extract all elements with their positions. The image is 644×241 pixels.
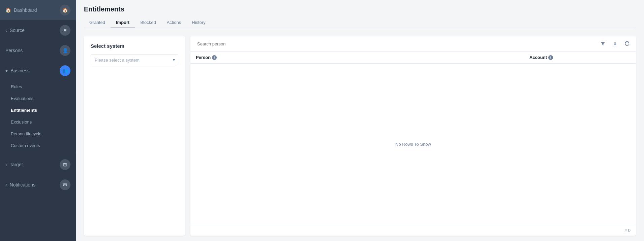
toolbar-actions [598, 39, 632, 48]
sidebar-subitem-rules[interactable]: Rules [5, 81, 76, 93]
tab-granted[interactable]: Granted [84, 17, 111, 28]
sidebar-item-label: Business [10, 68, 30, 73]
chevron-left-icon: ‹ [5, 162, 7, 167]
sidebar-subitem-entitlements[interactable]: Entitlements [5, 104, 76, 116]
tab-blocked[interactable]: Blocked [135, 17, 161, 28]
main-content: Entitlements Granted Import Blocked Acti… [76, 0, 644, 241]
download-icon [612, 41, 618, 46]
sidebar-subitem-exclusions[interactable]: Exclusions [5, 116, 76, 128]
sidebar-item-persons[interactable]: Persons 👤 [0, 40, 76, 61]
sidebar-item-label: Target [10, 162, 23, 167]
dashboard-icon-btn[interactable]: 🏠 [60, 5, 70, 15]
persons-icon-btn[interactable]: 👤 [60, 45, 70, 56]
dashboard-icon: 🏠 [5, 7, 11, 13]
sidebar-item-label: Dashboard [14, 7, 37, 13]
tab-import[interactable]: Import [111, 17, 135, 28]
page-title: Entitlements [84, 5, 636, 13]
sidebar-subitem-custom-events[interactable]: Custom events [5, 140, 76, 151]
refresh-button[interactable] [622, 39, 632, 48]
sidebar-item-label: Source [10, 28, 25, 33]
search-input[interactable] [194, 40, 595, 48]
filter-icon [600, 41, 606, 46]
sidebar-item-label: Notifications [10, 182, 35, 187]
source-icon-btn[interactable]: ≡ [60, 25, 70, 36]
person-info-icon[interactable]: i [212, 55, 217, 60]
sidebar-item-dashboard[interactable]: 🏠 Dashboard 🏠 [0, 0, 76, 20]
content-area: Select system ▾ Please select a system [76, 31, 644, 241]
chevron-down-icon: ▾ [5, 68, 8, 73]
account-info-icon[interactable]: i [548, 55, 553, 60]
search-input-wrapper[interactable] [194, 40, 595, 48]
tab-history[interactable]: History [186, 17, 211, 28]
sidebar-item-label: Persons [5, 48, 23, 53]
sidebar-item-notifications[interactable]: ‹ Notifications ✉ [0, 175, 76, 195]
tab-actions[interactable]: Actions [161, 17, 187, 28]
table-panel: Person i Account i No Rows To Show # 0 [190, 36, 636, 236]
row-count: # 0 [624, 228, 631, 233]
sidebar-item-source[interactable]: ‹ Source ≡ [0, 20, 76, 40]
system-dropdown-wrapper[interactable]: ▾ Please select a system [91, 54, 178, 65]
table-footer: # 0 [190, 225, 636, 236]
sidebar-subitem-person-lifecycle[interactable]: Person lifecycle [5, 128, 76, 140]
refresh-icon [624, 41, 630, 46]
table-body: No Rows To Show [190, 64, 636, 225]
empty-message: No Rows To Show [395, 142, 431, 147]
column-header-account: Account i [529, 55, 631, 60]
tabs-bar: Granted Import Blocked Actions History [84, 17, 636, 28]
sidebar-item-business[interactable]: ▾ Business 👥 [0, 61, 76, 81]
sidebar-subitem-evaluations[interactable]: Evaluations [5, 93, 76, 104]
business-icon-btn[interactable]: 👥 [60, 65, 70, 76]
download-button[interactable] [610, 39, 620, 48]
sidebar-item-target[interactable]: ‹ Target ⊞ [0, 154, 76, 175]
business-subitems: Rules Evaluations Entitlements Exclusion… [0, 81, 76, 151]
target-icon-btn[interactable]: ⊞ [60, 159, 70, 170]
select-system-panel: Select system ▾ Please select a system [84, 36, 185, 236]
table-header: Person i Account i [190, 51, 636, 64]
system-dropdown[interactable] [91, 54, 178, 65]
table-toolbar [190, 36, 636, 51]
page-header: Entitlements Granted Import Blocked Acti… [76, 0, 644, 31]
column-header-person: Person i [196, 55, 529, 60]
select-system-title: Select system [91, 43, 178, 49]
filter-button[interactable] [598, 39, 608, 48]
chevron-left-icon: ‹ [5, 28, 7, 33]
chevron-left-icon: ‹ [5, 182, 7, 187]
sidebar: 🏠 Dashboard 🏠 ‹ Source ≡ Persons 👤 ▾ Bus… [0, 0, 76, 241]
notifications-icon-btn[interactable]: ✉ [60, 179, 70, 190]
